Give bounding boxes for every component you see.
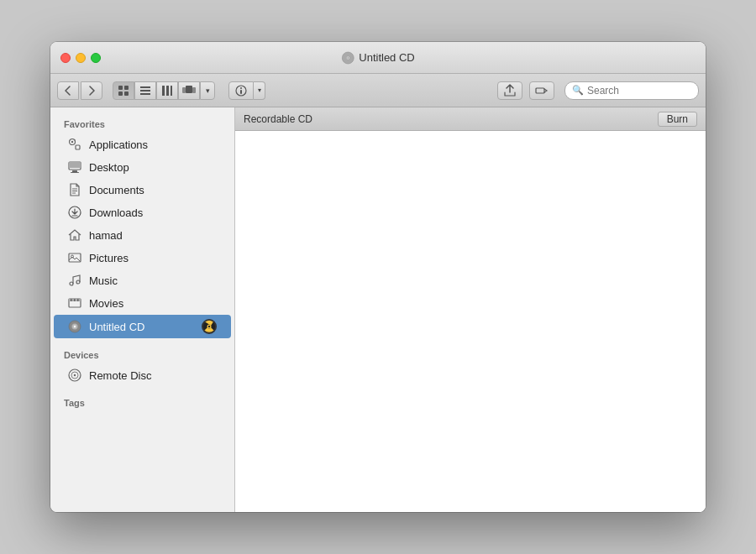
- svg-point-53: [74, 374, 76, 376]
- downloads-label: Downloads: [89, 206, 143, 219]
- documents-icon: [67, 182, 82, 197]
- tag-button[interactable]: [529, 81, 554, 100]
- remote-disc-icon: [67, 368, 82, 383]
- sidebar-item-desktop[interactable]: Desktop: [54, 156, 231, 178]
- main-content-area: [235, 131, 706, 512]
- home-icon: [67, 227, 82, 243]
- action-dropdown-button[interactable]: ▾: [254, 81, 265, 100]
- minimize-button[interactable]: [76, 53, 86, 63]
- search-input[interactable]: [587, 85, 691, 97]
- main-panel-header: Recordable CD Burn: [235, 107, 706, 131]
- svg-rect-12: [171, 86, 172, 96]
- desktop-icon: [67, 159, 82, 175]
- traffic-lights: [60, 53, 101, 63]
- icon-view-button[interactable]: [113, 81, 134, 100]
- svg-rect-7: [140, 86, 150, 88]
- pictures-label: Pictures: [89, 252, 129, 264]
- svg-rect-28: [72, 170, 77, 172]
- documents-label: Documents: [89, 184, 144, 196]
- pictures-icon: [67, 250, 82, 265]
- search-box[interactable]: 🔍: [564, 81, 699, 100]
- view-mode-buttons: [113, 81, 200, 100]
- coverflow-view-button[interactable]: [178, 81, 200, 100]
- applications-icon: [67, 137, 82, 152]
- svg-rect-29: [71, 172, 79, 173]
- svg-point-17: [240, 87, 242, 89]
- recordable-cd-title: Recordable CD: [244, 113, 651, 125]
- search-icon: 🔍: [572, 85, 584, 96]
- sidebar-item-pictures[interactable]: Pictures: [54, 247, 231, 269]
- remote-disc-label: Remote Disc: [89, 369, 151, 382]
- sidebar-item-applications[interactable]: Applications: [54, 133, 231, 155]
- devices-section-label: Devices: [50, 345, 234, 363]
- downloads-icon: [67, 205, 82, 220]
- svg-line-22: [75, 139, 76, 140]
- svg-point-2: [347, 57, 349, 59]
- share-button[interactable]: [497, 81, 522, 100]
- list-view-button[interactable]: [134, 81, 156, 100]
- svg-point-24: [71, 141, 73, 143]
- svg-rect-4: [124, 86, 129, 90]
- svg-rect-14: [182, 87, 186, 93]
- svg-rect-5: [118, 91, 123, 96]
- untitled-cd-icon: [67, 319, 82, 334]
- titlebar: Untitled CD: [50, 42, 706, 74]
- view-dropdown-button[interactable]: ▾: [200, 81, 215, 100]
- view-buttons-group: ▾: [113, 81, 220, 100]
- svg-rect-10: [162, 86, 165, 96]
- applications-label: Applications: [89, 138, 148, 151]
- back-button[interactable]: [57, 81, 79, 100]
- sidebar-item-music[interactable]: Music: [54, 269, 231, 291]
- svg-point-38: [76, 280, 80, 284]
- svg-rect-25: [76, 145, 80, 149]
- sidebar-item-movies[interactable]: Movies: [54, 292, 231, 314]
- svg-rect-19: [536, 88, 544, 93]
- svg-rect-41: [71, 299, 72, 301]
- window-title: Untitled CD: [341, 51, 414, 65]
- favorites-section-label: Favorites: [50, 114, 234, 133]
- burn-button[interactable]: Burn: [658, 112, 697, 127]
- svg-rect-27: [69, 162, 81, 168]
- desktop-label: Desktop: [89, 161, 129, 174]
- hamad-label: hamad: [89, 229, 123, 242]
- svg-rect-15: [192, 87, 196, 93]
- music-label: Music: [89, 274, 118, 287]
- svg-rect-43: [77, 299, 79, 301]
- svg-point-50: [208, 326, 210, 327]
- maximize-button[interactable]: [91, 53, 101, 63]
- sidebar-item-remote-disc[interactable]: Remote Disc: [54, 364, 231, 386]
- cd-disc-icon: [341, 51, 354, 65]
- sidebar: Favorites Applications: [50, 107, 235, 512]
- svg-rect-42: [74, 299, 76, 301]
- untitled-cd-label: Untitled CD: [89, 321, 144, 333]
- finder-window: Untitled CD: [50, 42, 706, 512]
- main-panel: Recordable CD Burn: [235, 107, 706, 512]
- toolbar: ▾ ▾: [50, 74, 706, 107]
- svg-point-46: [74, 326, 76, 327]
- sidebar-item-hamad[interactable]: hamad: [54, 224, 231, 246]
- action-button-group: ▾: [228, 81, 265, 100]
- svg-rect-11: [166, 86, 169, 96]
- sidebar-item-documents[interactable]: Documents: [54, 179, 231, 201]
- sidebar-item-untitled-cd[interactable]: Untitled CD: [54, 315, 231, 338]
- movies-label: Movies: [89, 297, 123, 310]
- music-icon: [67, 273, 82, 288]
- navigation-buttons: [57, 81, 102, 100]
- svg-rect-9: [140, 93, 150, 95]
- burn-badge: [201, 318, 218, 335]
- column-view-button[interactable]: [156, 81, 178, 100]
- svg-point-37: [70, 282, 73, 285]
- svg-rect-18: [240, 90, 242, 94]
- tags-section-label: Tags: [50, 393, 234, 411]
- sidebar-item-downloads[interactable]: Downloads: [54, 201, 231, 223]
- movies-icon: [67, 295, 82, 311]
- content-area: Favorites Applications: [50, 107, 706, 512]
- svg-rect-8: [140, 90, 150, 91]
- svg-rect-6: [124, 91, 129, 96]
- svg-rect-13: [186, 86, 192, 93]
- close-button[interactable]: [60, 53, 71, 63]
- forward-button[interactable]: [81, 81, 102, 100]
- svg-rect-3: [118, 86, 123, 90]
- action-button[interactable]: [228, 81, 254, 100]
